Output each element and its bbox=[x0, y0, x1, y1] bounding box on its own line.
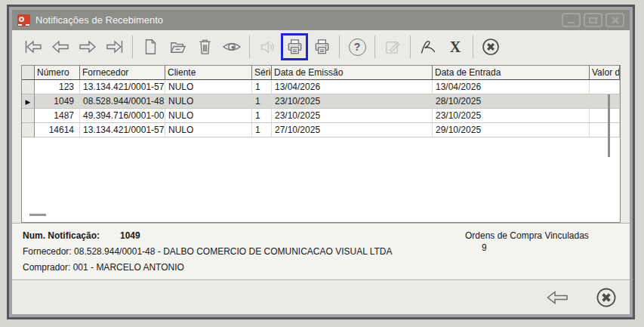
first-record-button[interactable] bbox=[20, 33, 47, 60]
horizontal-scrollbar-thumb[interactable] bbox=[29, 214, 46, 216]
cell-serie[interactable]: 1 bbox=[252, 80, 272, 94]
row-selector-cell[interactable] bbox=[22, 80, 35, 94]
close-icon bbox=[612, 17, 619, 24]
print-alt-button[interactable] bbox=[308, 33, 335, 60]
vertical-scrollbar-thumb[interactable] bbox=[608, 94, 610, 157]
column-header-fornecedor[interactable]: Fornecedor bbox=[80, 66, 165, 80]
cell-valor[interactable] bbox=[590, 94, 620, 109]
cell-data-emissao[interactable]: 23/10/2025 bbox=[272, 94, 433, 109]
new-document-button[interactable] bbox=[137, 33, 164, 60]
table-row[interactable]: 123 13.134.421/0001-57 NULO 1 13/04/2026… bbox=[22, 80, 620, 94]
linked-orders-block: Ordens de Compra Vinculadas 9 bbox=[465, 230, 589, 253]
previous-record-icon bbox=[51, 37, 70, 57]
column-header-data-entrada[interactable]: Data de Entrada bbox=[433, 66, 590, 80]
cell-valor[interactable] bbox=[590, 123, 620, 137]
export-excel-button[interactable]: X bbox=[442, 33, 469, 60]
toolbar-separator bbox=[132, 35, 133, 58]
title-bar: Notificações de Recebimento bbox=[12, 10, 630, 30]
cell-cliente[interactable]: NULO bbox=[165, 109, 252, 123]
delete-button[interactable] bbox=[191, 33, 218, 60]
window-title: Notificações de Recebimento bbox=[35, 14, 163, 26]
maximize-icon bbox=[589, 17, 597, 23]
cell-data-emissao[interactable]: 13/04/2026 bbox=[272, 80, 433, 94]
cell-valor[interactable] bbox=[590, 80, 620, 94]
column-header-numero[interactable]: Número bbox=[35, 66, 80, 80]
view-eye-icon bbox=[222, 37, 242, 57]
toolbar-separator bbox=[249, 35, 250, 58]
footer-bar bbox=[12, 279, 630, 314]
cell-fornecedor[interactable]: 13.134.421/0001-57 bbox=[80, 123, 165, 137]
table-row[interactable]: 14614 13.134.421/0001-57 NULO 1 27/10/20… bbox=[22, 123, 620, 137]
cell-serie[interactable]: 1 bbox=[252, 123, 272, 137]
toolbar-separator bbox=[473, 35, 473, 58]
cell-valor[interactable] bbox=[590, 109, 620, 123]
cell-data-entrada[interactable]: 28/10/2025 bbox=[433, 94, 590, 109]
cell-cliente[interactable]: NULO bbox=[165, 123, 252, 137]
cell-serie[interactable]: 1 bbox=[252, 94, 272, 109]
cell-data-emissao[interactable]: 27/10/2025 bbox=[272, 123, 433, 137]
help-icon: ? bbox=[349, 39, 366, 56]
edit-button bbox=[379, 33, 406, 60]
row-selector-cell[interactable] bbox=[22, 109, 35, 123]
export-pdf-icon bbox=[418, 37, 438, 57]
minimize-button[interactable] bbox=[562, 13, 581, 27]
back-button[interactable] bbox=[545, 288, 569, 307]
toolbar-separator bbox=[410, 35, 411, 58]
row-selector-cell[interactable] bbox=[22, 123, 35, 137]
record-details-panel: Num. Notificação:1049 Fornecedor: 08.528… bbox=[12, 223, 630, 279]
notification-number-value: 1049 bbox=[120, 230, 140, 241]
column-header-cliente[interactable]: Cliente bbox=[165, 66, 252, 80]
column-header-serie[interactable]: Série bbox=[252, 66, 272, 80]
close-circle-icon bbox=[595, 286, 618, 309]
column-header-valor[interactable]: Valor do bbox=[590, 66, 620, 80]
notification-number-label: Num. Notificação: bbox=[23, 230, 100, 241]
cell-numero[interactable]: 123 bbox=[35, 80, 80, 94]
cell-data-emissao[interactable]: 23/10/2025 bbox=[272, 109, 433, 123]
table-row[interactable]: 1487 49.394.716/0001-00 NULO 1 23/10/202… bbox=[22, 109, 620, 123]
help-button[interactable]: ? bbox=[344, 33, 371, 60]
cell-numero[interactable]: 14614 bbox=[35, 123, 80, 137]
current-row-marker-icon: ▶ bbox=[26, 98, 31, 106]
export-excel-icon: X bbox=[450, 39, 461, 54]
close-circle-icon bbox=[481, 37, 501, 57]
cell-serie[interactable]: 1 bbox=[252, 109, 272, 123]
cell-cliente[interactable]: NULO bbox=[165, 80, 252, 94]
cell-numero[interactable]: 1487 bbox=[35, 109, 80, 123]
cell-data-entrada[interactable]: 29/10/2025 bbox=[433, 123, 590, 137]
cell-fornecedor[interactable]: 49.394.716/0001-00 bbox=[80, 109, 165, 123]
window-content: Notificações de Recebimento bbox=[12, 10, 630, 314]
close-button[interactable] bbox=[605, 13, 624, 27]
selector-column-header bbox=[22, 66, 35, 80]
last-record-button[interactable] bbox=[101, 33, 128, 60]
print-button[interactable] bbox=[281, 33, 308, 60]
last-record-icon bbox=[105, 37, 125, 57]
back-arrow-icon bbox=[545, 288, 569, 307]
table-header-row: Número Fornecedor Cliente Série Data de … bbox=[22, 66, 620, 80]
next-record-button[interactable] bbox=[74, 33, 101, 60]
announce-button bbox=[254, 33, 281, 60]
open-folder-icon bbox=[168, 38, 187, 57]
column-header-data-emissao[interactable]: Data de Emissão bbox=[272, 66, 433, 80]
close-window-button[interactable] bbox=[477, 33, 504, 60]
table-row-selected[interactable]: ▶ 1049 08.528.944/0001-48 NULO 1 23/10/2… bbox=[22, 94, 620, 109]
cell-fornecedor[interactable]: 13.134.421/0001-57 bbox=[80, 80, 165, 94]
cell-cliente[interactable]: NULO bbox=[165, 94, 252, 109]
print-icon bbox=[285, 38, 304, 57]
print-alt-icon bbox=[313, 38, 331, 57]
previous-record-button[interactable] bbox=[47, 33, 74, 60]
cell-numero[interactable]: 1049 bbox=[35, 94, 80, 109]
next-record-icon bbox=[78, 37, 97, 57]
edit-icon bbox=[384, 38, 402, 57]
app-logo-icon bbox=[17, 14, 30, 26]
cell-data-entrada[interactable]: 13/04/2026 bbox=[433, 80, 590, 94]
maximize-button[interactable] bbox=[584, 13, 602, 27]
toolbar-separator bbox=[374, 35, 375, 58]
export-pdf-button[interactable] bbox=[414, 33, 442, 60]
close-screen-button[interactable] bbox=[595, 286, 618, 309]
cell-data-entrada[interactable]: 23/10/2025 bbox=[433, 109, 590, 123]
cell-fornecedor[interactable]: 08.528.944/0001-48 bbox=[80, 94, 165, 109]
view-button[interactable] bbox=[218, 33, 245, 60]
open-folder-button[interactable] bbox=[164, 33, 191, 60]
row-selector-cell: ▶ bbox=[22, 94, 35, 109]
comprador-line: Comprador: 001 - MARCELO ANTONIO bbox=[23, 262, 619, 273]
